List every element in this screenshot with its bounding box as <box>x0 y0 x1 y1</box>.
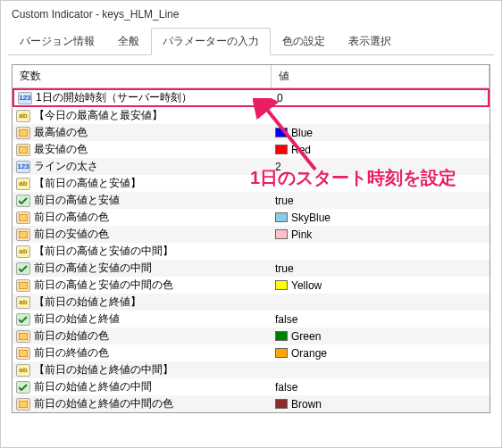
grid-header: 変数 値 <box>13 65 489 88</box>
svg-rect-5 <box>19 333 28 340</box>
str-type-icon: ab <box>16 364 30 377</box>
param-value[interactable]: 0 <box>273 90 488 105</box>
color-swatch <box>275 348 288 358</box>
tabs: バージョン情報全般パラメーターの入力色の設定表示選択 <box>8 28 494 55</box>
tab-4[interactable]: 表示選択 <box>337 28 403 55</box>
table-row[interactable]: 前日の高値と安値の中間true <box>13 260 489 277</box>
svg-rect-4 <box>19 282 28 289</box>
table-row[interactable]: 前日の始値と終値の中間false <box>13 378 489 395</box>
svg-rect-2 <box>19 214 28 221</box>
param-name: 前日の高値の色 <box>13 209 272 226</box>
tab-1[interactable]: 全般 <box>106 28 151 55</box>
param-label: 前日の高値と安値 <box>34 193 120 208</box>
value-text: Pink <box>291 228 312 241</box>
table-row[interactable]: 最安値の色Red <box>13 141 489 158</box>
param-name: 前日の終値の色 <box>13 344 272 361</box>
param-value[interactable]: Orange <box>272 344 489 361</box>
param-value[interactable]: SkyBlue <box>272 209 489 226</box>
color-swatch <box>275 145 288 154</box>
param-label: 前日の高値と安値の中間 <box>34 261 152 276</box>
param-value[interactable]: true <box>272 260 489 277</box>
parameter-grid: 変数 値 1231日の開始時刻（サーバー時刻）0ab【今日の最高値と最安値】最高… <box>12 64 490 413</box>
col-type-icon <box>16 144 30 156</box>
table-row[interactable]: 前日の高値と安値の中間の色Yellow <box>13 277 489 294</box>
column-header-variable[interactable]: 変数 <box>13 65 272 87</box>
param-name: 前日の始値の色 <box>13 328 272 344</box>
param-label: 前日の高値と安値の中間の色 <box>34 278 173 293</box>
tab-0[interactable]: バージョン情報 <box>8 28 106 55</box>
param-label: 前日の始値と終値の中間 <box>34 379 152 394</box>
table-row[interactable]: 前日の安値の色Pink <box>13 226 489 243</box>
table-row[interactable]: ab【前日の高値と安値の中間】 <box>13 243 489 260</box>
bool-type-icon <box>16 262 30 275</box>
tab-2[interactable]: パラメーターの入力 <box>151 28 271 55</box>
col-type-icon <box>16 228 30 241</box>
param-name: 前日の安値の色 <box>13 226 272 243</box>
param-value[interactable]: Red <box>272 141 489 158</box>
table-row[interactable]: ab【前日の始値と終値】 <box>13 294 489 311</box>
param-label: 最高値の色 <box>34 125 88 140</box>
col-type-icon <box>16 347 30 360</box>
param-name: 前日の高値と安値の中間の色 <box>13 277 272 294</box>
col-type-icon <box>16 212 30 224</box>
param-name: ab【今日の最高値と最安値】 <box>13 107 272 124</box>
param-value[interactable] <box>272 243 489 260</box>
content: 変数 値 1231日の開始時刻（サーバー時刻）0ab【今日の最高値と最安値】最高… <box>1 55 501 422</box>
param-name: 123ラインの太さ <box>13 158 272 175</box>
param-value[interactable]: false <box>272 311 489 328</box>
param-name: ab【前日の始値と終値】 <box>13 294 272 311</box>
param-name: 前日の始値と終値 <box>13 311 272 328</box>
param-label: 【前日の高値と安値】 <box>34 176 141 191</box>
table-row[interactable]: 123ラインの太さ2 <box>13 158 489 175</box>
bool-type-icon <box>16 195 30 207</box>
param-value[interactable]: Green <box>272 328 489 344</box>
table-row[interactable]: 前日の始値と終値の中間の色Brown <box>13 395 489 412</box>
param-name: ab【前日の高値と安値】 <box>13 175 272 192</box>
param-label: 前日の安値の色 <box>34 227 109 242</box>
window: Custom Indicator - keys_HLM_Line バージョン情報… <box>0 0 502 448</box>
param-value[interactable]: true <box>272 192 489 209</box>
table-row[interactable]: 前日の始値の色Green <box>13 328 489 344</box>
value-text: SkyBlue <box>291 212 330 224</box>
param-label: 前日の始値の色 <box>34 328 109 344</box>
svg-rect-3 <box>19 231 28 238</box>
col-type-icon <box>16 398 30 411</box>
value-text: 2 <box>275 161 281 173</box>
param-label: 最安値の色 <box>34 142 88 157</box>
value-text: Yellow <box>291 279 322 292</box>
value-text: false <box>275 313 297 326</box>
num-type-icon: 123 <box>16 161 30 173</box>
param-value[interactable]: Pink <box>272 226 489 243</box>
param-label: 前日の始値と終値 <box>34 311 120 327</box>
param-name: 1231日の開始時刻（サーバー時刻） <box>14 90 273 105</box>
param-value[interactable]: Brown <box>272 395 489 412</box>
param-value[interactable]: 2 <box>272 158 489 175</box>
param-value[interactable]: Blue <box>272 124 489 141</box>
param-label: ラインの太さ <box>34 159 98 174</box>
column-header-value[interactable]: 値 <box>272 65 489 87</box>
table-row[interactable]: 前日の終値の色Orange <box>13 344 489 361</box>
param-label: 【前日の高値と安値の中間】 <box>34 244 173 259</box>
table-row[interactable]: 前日の始値と終値false <box>13 311 489 328</box>
table-row[interactable]: ab【前日の高値と安値】 <box>13 175 489 192</box>
param-value[interactable] <box>272 175 489 192</box>
col-type-icon <box>16 330 30 343</box>
param-label: 【今日の最高値と最安値】 <box>34 108 163 123</box>
param-value[interactable] <box>272 107 489 124</box>
table-row[interactable]: 前日の高値と安値true <box>13 192 489 209</box>
table-row[interactable]: 1231日の開始時刻（サーバー時刻）0 <box>13 88 489 107</box>
table-row[interactable]: ab【今日の最高値と最安値】 <box>13 107 489 124</box>
param-name: ab【前日の始値と終値の中間】 <box>13 361 272 378</box>
table-row[interactable]: ab【前日の始値と終値の中間】 <box>13 361 489 378</box>
str-type-icon: ab <box>16 110 30 122</box>
param-value[interactable]: Yellow <box>272 277 489 294</box>
table-row[interactable]: 前日の高値の色SkyBlue <box>13 209 489 226</box>
param-value[interactable] <box>272 294 489 311</box>
bool-type-icon <box>16 381 30 394</box>
tab-3[interactable]: 色の設定 <box>271 28 337 55</box>
param-value[interactable]: false <box>272 378 489 395</box>
value-text: Red <box>291 144 311 156</box>
param-value[interactable] <box>272 361 489 378</box>
param-name: 前日の始値と終値の中間 <box>13 378 272 395</box>
table-row[interactable]: 最高値の色Blue <box>13 124 489 141</box>
